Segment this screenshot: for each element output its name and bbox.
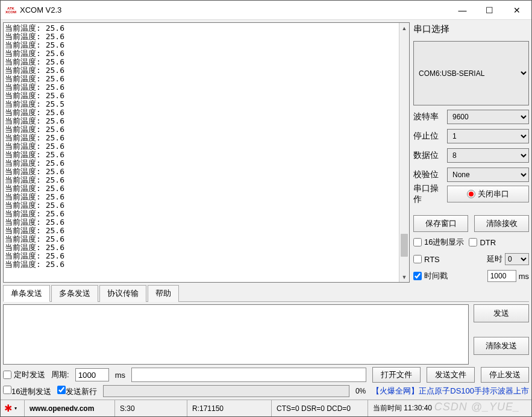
save-window-button[interactable]: 保存窗口	[413, 215, 468, 232]
title-bar: ATKXCOM XCOM V2.3 — ☐ ✕	[1, 1, 531, 20]
status-sent: S:30	[114, 400, 187, 416]
parity-label: 校验位	[413, 169, 442, 180]
baud-label: 波特率	[413, 111, 442, 122]
databit-label: 数据位	[413, 150, 442, 161]
hex-send-label: 16进制发送	[11, 387, 51, 396]
dtr-label: DTR	[480, 238, 496, 247]
gear-icon[interactable]: ✱	[4, 403, 12, 414]
file-path-field[interactable]	[131, 368, 366, 382]
tab-multi-send[interactable]: 多条发送	[51, 285, 98, 302]
tab-protocol[interactable]: 协议传输	[99, 285, 146, 302]
open-file-button[interactable]: 打开文件	[372, 367, 421, 383]
scroll-down-icon[interactable]: ▼	[399, 272, 409, 282]
hex-display-checkbox[interactable]	[413, 238, 422, 246]
send-input[interactable]	[3, 304, 469, 365]
parity-select[interactable]: None	[447, 168, 529, 182]
hex-send-checkbox[interactable]	[3, 386, 11, 394]
minimize-button[interactable]: —	[449, 1, 476, 19]
send-newline-checkbox[interactable]	[57, 386, 66, 394]
scrollbar[interactable]: ▲ ▼	[399, 23, 409, 282]
clear-send-button[interactable]: 清除发送	[474, 337, 529, 355]
scroll-up-icon[interactable]: ▲	[399, 23, 409, 33]
baud-select[interactable]: 9600	[447, 110, 529, 124]
timed-send-label: 定时发送	[14, 369, 45, 380]
send-file-button[interactable]: 发送文件	[427, 367, 475, 383]
timestamp-label: 时间戳	[424, 271, 448, 281]
rts-label: RTS	[424, 255, 440, 264]
rts-checkbox[interactable]	[413, 255, 422, 263]
window-title: XCOM V2.3	[20, 5, 449, 14]
status-caret-icon[interactable]: ▾	[12, 406, 19, 411]
stop-send-button[interactable]: 停止发送	[481, 367, 529, 383]
port-select[interactable]: COM6:USB-SERIAL	[413, 41, 529, 105]
status-bar: ✱▾ www.openedv.com S:30 R:171150 CTS=0 D…	[1, 400, 531, 416]
port-toggle-button[interactable]: 关闭串口	[447, 186, 529, 202]
promo-link[interactable]: 【火爆全网】正点原子DS100手持示波器上市	[372, 386, 529, 397]
period-unit: ms	[115, 371, 125, 380]
status-url[interactable]: www.openedv.com	[24, 400, 114, 416]
maximize-button[interactable]: ☐	[476, 1, 503, 19]
status-time: 当前时间 11:30:40	[368, 400, 529, 416]
period-label: 周期:	[51, 369, 69, 380]
status-recv: R:171150	[187, 400, 271, 416]
delay-label: 延时	[487, 254, 502, 265]
status-line: CTS=0 DSR=0 DCD=0	[271, 400, 368, 416]
port-op-label: 串口操作	[413, 183, 442, 205]
stopbit-select[interactable]: 1	[447, 129, 529, 143]
receive-panel: 当前温度: 25.6 当前温度: 25.6 当前温度: 25.6 当前温度: 2…	[3, 22, 410, 283]
send-newline-label: 发送新行	[66, 387, 97, 396]
timestamp-checkbox[interactable]	[413, 272, 422, 280]
app-icon: ATKXCOM	[5, 5, 16, 16]
scroll-thumb[interactable]	[401, 234, 408, 257]
tab-single-send[interactable]: 单条发送	[3, 285, 50, 302]
side-panel: 串口选择 COM6:USB-SERIAL 波特率 9600 停止位 1 数据位 …	[413, 22, 529, 283]
timestamp-unit: ms	[519, 272, 529, 281]
tab-help[interactable]: 帮助	[148, 285, 179, 302]
stopbit-label: 停止位	[413, 131, 442, 142]
send-button[interactable]: 发送	[474, 304, 529, 322]
hex-display-label: 16进制显示	[424, 237, 464, 248]
databit-select[interactable]: 8	[447, 148, 529, 163]
timestamp-input[interactable]	[487, 270, 516, 282]
delay-select[interactable]: 0	[505, 253, 529, 265]
receive-text[interactable]: 当前温度: 25.6 当前温度: 25.6 当前温度: 25.6 当前温度: 2…	[4, 23, 399, 282]
progress-label: 0%	[355, 387, 366, 395]
dtr-checkbox[interactable]	[469, 238, 477, 246]
progress-bar	[103, 385, 349, 397]
clear-recv-button[interactable]: 清除接收	[474, 215, 529, 232]
send-tabs: 单条发送 多条发送 协议传输 帮助	[3, 283, 529, 302]
timed-send-checkbox[interactable]	[3, 371, 11, 379]
side-title: 串口选择	[413, 24, 529, 35]
close-button[interactable]: ✕	[503, 1, 530, 19]
period-input[interactable]	[75, 368, 109, 381]
send-panel: 发送 清除发送 定时发送 周期: ms 打开文件 发送文件 停止发送 16进制发…	[1, 302, 531, 400]
record-icon	[467, 190, 475, 198]
port-toggle-label: 关闭串口	[478, 189, 509, 199]
